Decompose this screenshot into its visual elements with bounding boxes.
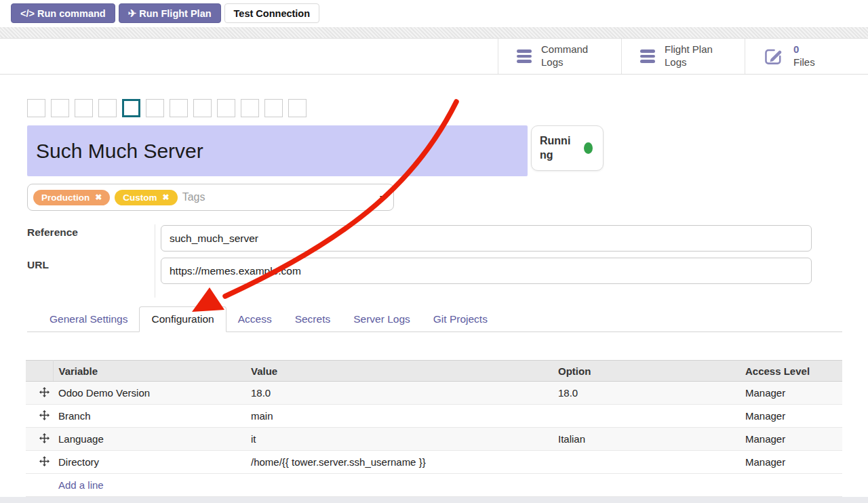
run-flight-plan-button[interactable]: ✈ Run Flight Plan (119, 3, 221, 23)
url-label: URL (27, 259, 49, 271)
table-row: Language it Italian Manager (26, 428, 842, 451)
run-command-label: Run command (37, 8, 106, 19)
configuration-table: Variable Value Option Access Level Odoo … (26, 360, 842, 497)
status-badge[interactable]: Running (531, 125, 604, 171)
color-swatch-yellow[interactable] (98, 99, 117, 117)
chevron-down-icon[interactable]: ▾ (380, 193, 384, 202)
test-connection-label: Test Connection (234, 8, 311, 19)
tab-access[interactable]: Access (226, 307, 283, 331)
run-flight-plan-label: Run Flight Plan (139, 8, 211, 19)
color-picker (27, 99, 307, 117)
tab-general-settings[interactable]: General Settings (38, 307, 139, 331)
table-header-row: Variable Value Option Access Level (26, 361, 842, 382)
table-row: Odoo Demo Version 18.0 18.0 Manager (26, 382, 842, 405)
color-swatch-navy[interactable] (217, 99, 235, 117)
tag-custom: Custom ✖ (115, 190, 177, 205)
reference-input[interactable] (161, 225, 812, 252)
page: </> Run command ✈ Run Flight Plan Test C… (0, 0, 868, 503)
color-swatch-purple[interactable] (288, 99, 307, 117)
remove-tag-icon[interactable]: ✖ (95, 193, 102, 201)
drag-handle-icon[interactable] (26, 405, 53, 428)
files-label: Files (793, 56, 856, 69)
tag-label: Custom (123, 193, 157, 203)
toolbar: </> Run command ✈ Run Flight Plan Test C… (11, 3, 319, 23)
color-swatch-lightblue-selected[interactable] (122, 99, 140, 117)
cell-option[interactable] (553, 405, 740, 428)
record-title[interactable]: Such Much Server (27, 125, 528, 176)
cell-variable[interactable]: Language (53, 428, 245, 451)
separator-band (0, 27, 868, 39)
cell-access-level[interactable]: Manager (740, 428, 842, 451)
color-swatch-red[interactable] (51, 99, 69, 117)
color-swatch-salmon[interactable] (170, 99, 188, 117)
test-connection-button[interactable]: Test Connection (224, 3, 320, 23)
cell-access-level[interactable]: Manager (740, 405, 842, 428)
run-command-button[interactable]: </> Run command (11, 3, 115, 23)
command-logs-button[interactable]: Command Logs (498, 39, 621, 74)
files-count: 0 (793, 43, 856, 56)
stats-header: Command Logs Flight Plan Logs 0 Files (0, 39, 868, 75)
tag-production: Production ✖ (33, 190, 110, 205)
list-icon (640, 49, 655, 63)
cell-variable[interactable]: Directory (53, 451, 245, 474)
column-header-access-level: Access Level (740, 361, 842, 382)
cell-value[interactable]: 18.0 (245, 382, 553, 405)
cell-access-level[interactable]: Manager (740, 451, 842, 474)
flight-plan-logs-label: Flight Plan Logs (665, 43, 727, 69)
tags-placeholder: Tags (182, 191, 205, 203)
url-input[interactable] (161, 258, 812, 284)
color-swatch-darkpurple[interactable] (146, 99, 164, 117)
tag-label: Production (41, 193, 90, 203)
plane-icon: ✈ (128, 7, 137, 20)
status-label: Running (540, 134, 575, 163)
tab-secrets[interactable]: Secrets (283, 307, 342, 331)
color-swatch-green[interactable] (264, 99, 283, 117)
cell-variable[interactable]: Odoo Demo Version (53, 382, 245, 405)
column-header-value: Value (245, 361, 553, 382)
cell-option[interactable]: Italian (553, 428, 740, 451)
color-swatch-orange[interactable] (75, 99, 93, 117)
color-swatch-magenta[interactable] (241, 99, 259, 117)
handle-column-header (26, 361, 53, 382)
field-separator (155, 224, 155, 298)
column-header-variable: Variable (53, 361, 245, 382)
table-row: Branch main Manager (26, 405, 842, 428)
drag-handle-icon[interactable] (26, 451, 53, 474)
cell-option[interactable]: 18.0 (553, 382, 740, 405)
add-a-line-link[interactable]: Add a line (26, 474, 842, 497)
list-icon (517, 49, 532, 63)
cell-access-level[interactable]: Manager (740, 382, 842, 405)
cell-option[interactable] (553, 451, 740, 474)
color-swatch-none[interactable] (27, 99, 45, 117)
cell-value[interactable]: main (245, 405, 553, 428)
drag-handle-icon[interactable] (26, 428, 53, 451)
color-swatch-teal[interactable] (193, 99, 212, 117)
drag-handle-icon[interactable] (26, 382, 53, 405)
column-header-option: Option (553, 361, 740, 382)
edit-icon (764, 47, 784, 66)
flight-plan-logs-button[interactable]: Flight Plan Logs (621, 39, 745, 74)
files-button[interactable]: 0 Files (745, 39, 868, 74)
tags-input[interactable]: Production ✖ Custom ✖ Tags ▾ (27, 184, 394, 211)
status-dot-icon (584, 142, 593, 154)
tab-server-logs[interactable]: Server Logs (342, 307, 422, 331)
reference-label: Reference (27, 226, 78, 239)
tab-bar: General Settings Configuration Access Se… (27, 306, 842, 332)
cell-value[interactable]: it (245, 428, 553, 451)
tab-git-projects[interactable]: Git Projects (422, 307, 499, 331)
code-icon: </> (20, 8, 35, 19)
cell-variable[interactable]: Branch (53, 405, 245, 428)
tab-configuration[interactable]: Configuration (139, 306, 226, 332)
table-row: Directory /home/{{ tower.server.ssh_user… (26, 451, 842, 474)
command-logs-label: Command Logs (541, 43, 604, 69)
bottom-band (0, 497, 868, 503)
add-line-row: Add a line (26, 474, 842, 497)
cell-value[interactable]: /home/{{ tower.server.ssh_username }} (245, 451, 553, 474)
remove-tag-icon[interactable]: ✖ (163, 193, 170, 201)
